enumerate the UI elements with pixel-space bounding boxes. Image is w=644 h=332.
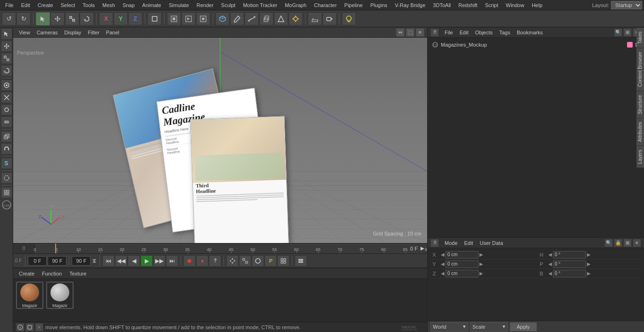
scale-gizmo-btn[interactable]	[239, 255, 251, 267]
scale-tool-button[interactable]	[65, 12, 79, 25]
menu-mesh[interactable]: Mesh	[99, 1, 118, 9]
vp-menu-view[interactable]: View	[16, 29, 33, 36]
next-frame-btn[interactable]: ▶▶	[153, 255, 165, 267]
mat-menu-create[interactable]: Create	[16, 270, 37, 277]
z-arrow-right[interactable]: ▶	[479, 271, 483, 276]
vtab-structure[interactable]: Structure	[636, 91, 644, 118]
menu-script[interactable]: Script	[482, 1, 502, 9]
apply-button[interactable]: Apply	[510, 322, 537, 332]
frame-start-input[interactable]	[28, 256, 47, 266]
bulb-button[interactable]	[342, 12, 356, 25]
lt-grid-btn[interactable]	[1, 187, 12, 198]
x-pos-input[interactable]	[446, 251, 479, 259]
om-menu-bookmarks[interactable]: Bookmarks	[514, 29, 545, 36]
vtab-layers[interactable]: Layers	[636, 146, 644, 168]
z-arrow-left[interactable]: ◀	[441, 271, 445, 276]
attr-menu-mode[interactable]: Mode	[442, 239, 461, 247]
step-back-btn[interactable]: ◀◀	[115, 255, 127, 267]
play-btn[interactable]: ▶	[140, 255, 153, 267]
lt-magnet-btn[interactable]	[1, 143, 12, 154]
menu-vray[interactable]: V-Ray Bridge	[392, 1, 429, 9]
x-arrow-right[interactable]: ▶	[479, 252, 483, 257]
y-arrow-right[interactable]: ▶	[479, 261, 483, 267]
p-arrow-left[interactable]: ◀	[548, 261, 552, 267]
attr-menu-userdata[interactable]: User Data	[477, 239, 506, 247]
menu-file[interactable]: File	[2, 1, 17, 9]
floor-button[interactable]	[308, 12, 322, 25]
goto-start-btn[interactable]: ⏮	[102, 255, 115, 267]
goto-end-btn[interactable]: ⏭	[166, 255, 178, 267]
menu-3dtoall[interactable]: 3DToAll	[429, 1, 454, 9]
object-button[interactable]	[148, 12, 162, 25]
viewport[interactable]: View Cameras Display Filter Panel ⇔ ⬚ ≡	[13, 27, 427, 243]
lt-poly-btn[interactable]	[1, 80, 12, 91]
x-axis-button[interactable]: X	[99, 12, 113, 25]
om-filter-btn[interactable]: ⊞	[623, 28, 632, 37]
menu-mograph[interactable]: MoGraph	[281, 1, 310, 9]
frame-end-input1[interactable]	[48, 256, 66, 266]
menu-help[interactable]: Help	[528, 1, 546, 9]
render-preview-button[interactable]	[182, 12, 196, 25]
z-axis-button[interactable]: Z	[128, 12, 142, 25]
rotate-tool-button[interactable]	[80, 12, 94, 25]
point-btn[interactable]: P	[264, 255, 277, 267]
om-object-row[interactable]: L0 Magazines_Mockup	[429, 40, 642, 50]
spline-button[interactable]	[245, 12, 259, 25]
mat-menu-texture[interactable]: Texture	[66, 270, 89, 277]
menu-render[interactable]: Render	[193, 1, 217, 9]
vp-menu-panel[interactable]: Panel	[103, 29, 122, 36]
vtab-attributes[interactable]: Attributes	[636, 118, 644, 146]
menu-redshift[interactable]: Redshift	[455, 1, 480, 9]
world-dropdown[interactable]: World ▾	[430, 322, 468, 332]
h-arrow-left[interactable]: ◀	[548, 252, 552, 257]
timeline-ruler[interactable]: 0 051015202530354045505560657075808590 0…	[13, 243, 427, 253]
layout-select[interactable]: Startup	[611, 1, 642, 9]
material-thumb-1[interactable]: Magazir	[16, 282, 43, 309]
rotate-gizmo-btn[interactable]	[252, 255, 264, 267]
pen-button[interactable]	[230, 12, 244, 25]
mat-menu-function[interactable]: Function	[39, 270, 65, 277]
h-arrow-right[interactable]: ▶	[587, 252, 591, 257]
record-btn[interactable]: ⏺	[183, 255, 196, 267]
menu-create[interactable]: Create	[34, 1, 57, 9]
menu-pipeline[interactable]: Pipeline	[341, 1, 366, 9]
lt-brush-btn[interactable]	[1, 172, 12, 184]
status-icon-3[interactable]: ✕	[35, 323, 43, 332]
camera-button[interactable]	[322, 12, 337, 25]
vp-menu-cameras[interactable]: Cameras	[34, 29, 61, 36]
select-tool-button[interactable]	[36, 12, 50, 25]
status-icon-1[interactable]: i	[16, 323, 25, 332]
menu-sculpt[interactable]: Sculpt	[218, 1, 239, 9]
timeline-playhead[interactable]	[55, 243, 56, 254]
move-tool-button[interactable]	[50, 12, 65, 25]
auto-key-btn[interactable]: ●	[196, 255, 208, 267]
scale-dropdown[interactable]: Scale ▾	[470, 322, 508, 332]
frame-end-input2[interactable]	[72, 256, 91, 266]
undo-button[interactable]: ↺	[2, 12, 16, 25]
lt-smooth-btn[interactable]: S	[1, 158, 12, 169]
b-input[interactable]	[553, 270, 586, 277]
menu-simulate[interactable]: Simulate	[165, 1, 192, 9]
h-input[interactable]	[553, 251, 586, 259]
vp-lock-btn[interactable]: ⇔	[396, 28, 405, 37]
lt-point-btn[interactable]	[1, 104, 12, 115]
move-gizmo-btn[interactable]	[226, 255, 239, 267]
shape-button[interactable]	[274, 12, 288, 25]
vtab-takes[interactable]: Takes	[636, 27, 644, 48]
extrude-button[interactable]	[259, 12, 273, 25]
menu-tools[interactable]: Tools	[79, 1, 98, 9]
om-menu-file[interactable]: File	[442, 29, 456, 36]
lt-knife-btn[interactable]	[1, 116, 12, 128]
prev-frame-btn[interactable]: ◀	[128, 255, 140, 267]
menu-animate[interactable]: Animate	[139, 1, 165, 9]
lt-rotate-btn[interactable]	[1, 65, 12, 76]
lt-edge-btn[interactable]	[1, 92, 12, 103]
lt-select-btn[interactable]	[1, 28, 12, 40]
light-button[interactable]	[289, 12, 303, 25]
material-thumb-2[interactable]: Magazir	[46, 282, 74, 309]
b-arrow-right[interactable]: ▶	[587, 271, 591, 276]
lt-move-btn[interactable]	[1, 40, 12, 52]
vp-expand-btn[interactable]: ⬚	[406, 28, 414, 37]
vp-close-btn[interactable]: ≡	[416, 28, 424, 37]
menu-edit[interactable]: Edit	[18, 1, 33, 9]
